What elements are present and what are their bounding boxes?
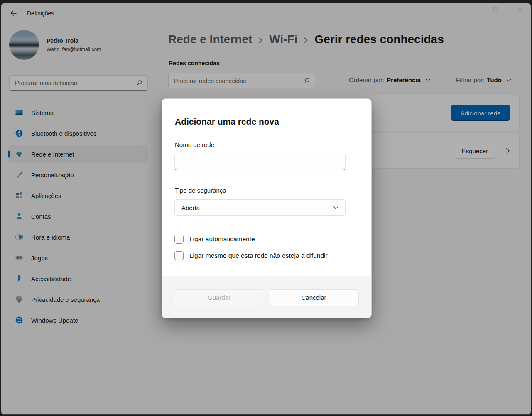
hidden-network-checkbox[interactable] — [174, 251, 184, 260]
network-name-input[interactable] — [174, 154, 346, 170]
dialog-title: Adicionar uma rede nova — [175, 117, 279, 127]
security-type-label: Tipo de segurança — [175, 187, 226, 194]
chevron-down-icon — [333, 206, 338, 210]
hidden-network-label: Ligar mesmo que esta rede não esteja a d… — [189, 252, 328, 259]
cancel-button-label: Cancelar — [301, 294, 326, 301]
add-network-dialog: Adicionar uma rede nova Nome de rede Tip… — [162, 98, 372, 318]
dialog-footer: Guardar Cancelar — [162, 276, 372, 318]
auto-connect-label: Ligar automaticamente — [189, 235, 255, 243]
save-button[interactable]: Guardar — [174, 289, 264, 306]
security-type-select[interactable]: Aberta — [174, 199, 346, 216]
network-name-label: Nome de rede — [175, 141, 214, 148]
cancel-button[interactable]: Cancelar — [269, 289, 359, 306]
screen: Definições Pedro Troia Watto_fan@hotmail… — [0, 0, 532, 416]
hidden-network-row: Ligar mesmo que esta rede não esteja a d… — [174, 251, 328, 260]
security-type-value: Aberta — [181, 204, 200, 211]
auto-connect-row: Ligar automaticamente — [174, 235, 255, 244]
save-button-label: Guardar — [208, 294, 230, 301]
auto-connect-checkbox[interactable] — [174, 235, 184, 244]
